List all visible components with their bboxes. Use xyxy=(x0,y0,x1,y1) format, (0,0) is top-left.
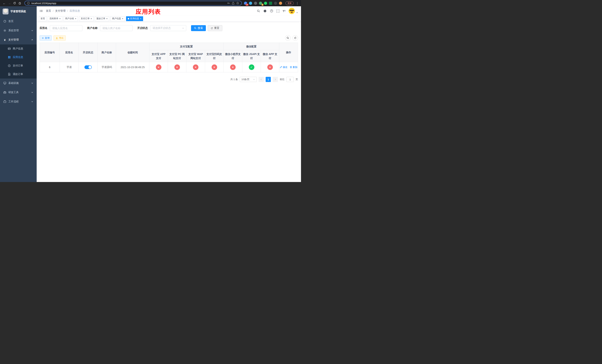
url-text[interactable]: localhost:1024/pay/app xyxy=(32,2,226,5)
search-icon[interactable] xyxy=(257,10,260,13)
toggle-knob xyxy=(88,66,91,69)
refresh-table-button[interactable] xyxy=(292,35,298,41)
chevron-up-icon xyxy=(31,39,33,41)
merchant-name-label: 商户名称 xyxy=(87,26,97,30)
browser-update-button[interactable]: 更新 xyxy=(285,1,294,5)
user-menu-caret-icon[interactable] xyxy=(296,12,298,13)
dashboard-icon xyxy=(3,20,6,23)
cell-create-time: 2021-10-23 08:49:25 xyxy=(116,62,149,72)
merchant-name-input[interactable] xyxy=(100,25,133,31)
browser-extension-icon[interactable] xyxy=(249,2,252,5)
sidebar-item-infrastructure[interactable]: 基础设施 xyxy=(0,78,37,88)
prev-page-button[interactable] xyxy=(258,77,264,82)
tab-close-icon[interactable]: × xyxy=(91,17,92,20)
tab-home[interactable]: 首页 xyxy=(39,16,47,21)
sidebar-item-dev-tools[interactable]: 研发工具 xyxy=(0,88,37,97)
breadcrumb-current: 应用信息 xyxy=(70,9,80,13)
tab-user-group[interactable]: 用户分组× xyxy=(64,16,78,21)
chevron-right-icon xyxy=(274,78,276,81)
browser-extension-icon[interactable]: 10 xyxy=(244,2,247,5)
cell-app-name: 芋道 xyxy=(60,62,79,72)
chevron-left-icon xyxy=(260,78,262,81)
show-search-toggle-button[interactable] xyxy=(285,35,291,41)
tab-merchant-info[interactable]: 商户信息× xyxy=(110,16,125,21)
goto-page-input[interactable] xyxy=(286,77,294,82)
sidebar-item-payment[interactable]: ¥ 支付管理 xyxy=(0,35,37,44)
sidebar-item-refund-order[interactable]: 退款订单 xyxy=(0,70,37,78)
pagination: 共 1 条 10条/页 1 前往 页 xyxy=(40,77,298,82)
briefcase-icon xyxy=(3,100,6,103)
sidebar-collapse-icon[interactable] xyxy=(40,9,43,13)
plus-icon xyxy=(42,37,44,39)
app-table: 应用编号 应用名 开启状态 商户名称 创建时间 支付宝配置 微信配置 操作 支付… xyxy=(40,43,298,72)
extension-badge: 10 xyxy=(246,4,248,6)
share-icon[interactable] xyxy=(232,2,235,5)
goto-unit: 页 xyxy=(296,78,298,81)
next-page-button[interactable] xyxy=(273,77,278,82)
gear-icon xyxy=(3,29,6,32)
site-info-icon[interactable] xyxy=(27,2,30,5)
content: 应用名 商户名称 开启状态 请选择开启状态 xyxy=(37,22,301,182)
tab-pay-order[interactable]: 支付订单× xyxy=(79,16,94,21)
sidebar-item-merchant-info[interactable]: 商户信息 xyxy=(0,44,37,53)
browser-home-icon[interactable] xyxy=(17,1,22,6)
breadcrumb-home[interactable]: 首页 xyxy=(46,9,51,13)
sidebar-item-pay-order[interactable]: 支付订单 xyxy=(0,62,37,70)
sidebar-item-system[interactable]: 系统管理 xyxy=(0,26,37,35)
browser-extension-icon[interactable] xyxy=(279,2,282,5)
status-select[interactable]: 请选择开启状态 xyxy=(150,25,186,31)
tab-refund-order[interactable]: 退款订单× xyxy=(95,16,109,21)
add-button[interactable]: 新增 xyxy=(40,35,52,41)
page-size-select[interactable]: 10条/页 xyxy=(240,77,257,82)
address-bar[interactable]: localhost:1024/pay/app xyxy=(24,1,242,6)
browser-extension-icon[interactable] xyxy=(274,2,277,5)
bookmark-star-icon[interactable] xyxy=(236,2,239,5)
edit-link[interactable]: 修改 xyxy=(280,65,288,69)
help-icon[interactable] xyxy=(270,9,273,13)
breadcrumb: 首页 / 支付管理 / 应用信息 xyxy=(46,9,80,13)
password-key-icon[interactable] xyxy=(227,2,230,5)
page-number-current[interactable]: 1 xyxy=(266,77,271,82)
reset-button[interactable]: 重置 xyxy=(208,25,222,31)
tab-close-icon[interactable]: × xyxy=(59,17,61,20)
github-icon[interactable] xyxy=(263,9,267,13)
browser-menu-icon[interactable]: ⋮ xyxy=(295,1,299,5)
tab-close-icon[interactable]: × xyxy=(122,17,123,20)
search-button[interactable]: 搜索 xyxy=(191,25,206,31)
breadcrumb-section[interactable]: 支付管理 xyxy=(55,9,65,13)
tab-close-icon[interactable]: × xyxy=(75,17,76,20)
fullscreen-icon[interactable] xyxy=(276,10,280,13)
app-title: 芋道管理系统 xyxy=(10,10,26,13)
avatar-face xyxy=(290,10,294,11)
extension-badge: 1 xyxy=(262,4,263,6)
status-toggle[interactable] xyxy=(85,65,92,69)
tab-app-info[interactable]: 应用信息× xyxy=(126,16,143,21)
sidebar-item-app-info[interactable]: 应用信息 xyxy=(0,53,37,62)
col-header-alipay-wap: 支付宝 WAP 网站支付 xyxy=(186,50,205,62)
browser-extension-icon[interactable] xyxy=(269,2,272,5)
browser-extension-icon[interactable]: 1 xyxy=(259,2,262,5)
tab-process-form[interactable]: 流程表单× xyxy=(48,16,62,21)
sidebar-item-workflow[interactable]: 工作流程 xyxy=(0,97,37,106)
app-name-label: 应用名 xyxy=(40,26,47,30)
yen-icon: ¥ xyxy=(3,38,6,42)
tab-close-icon[interactable]: × xyxy=(140,17,141,20)
export-button[interactable]: 导出 xyxy=(54,35,66,41)
browser-chrome: ← → localhost:1024/pay/app 10 xyxy=(0,0,301,6)
sidebar-item-home[interactable]: 首页 xyxy=(0,17,37,26)
col-header-app-id: 应用编号 xyxy=(40,43,60,62)
sidebar: 芋道管理系统 首页 系统管理 ¥ 支付管理 xyxy=(0,6,37,182)
browser-extension-icon[interactable] xyxy=(254,2,257,5)
tab-close-icon[interactable]: × xyxy=(106,17,108,20)
col-header-wechat-lite: 微信小程序支付 xyxy=(224,50,242,62)
user-avatar[interactable] xyxy=(289,8,295,14)
app-name-input[interactable] xyxy=(50,25,82,31)
filter-form: 应用名 商户名称 开启状态 请选择开启状态 xyxy=(40,25,298,31)
col-header-wechat-jsapi: 微信 JSAPI 支付 xyxy=(242,50,261,62)
delete-link[interactable]: 删除 xyxy=(290,65,298,69)
browser-refresh-icon[interactable] xyxy=(12,1,17,6)
browser-back-icon[interactable]: ← xyxy=(2,1,7,6)
browser-forward-icon[interactable]: → xyxy=(7,1,12,6)
browser-extension-icon[interactable] xyxy=(264,2,267,5)
font-size-icon[interactable]: TT xyxy=(283,10,285,13)
